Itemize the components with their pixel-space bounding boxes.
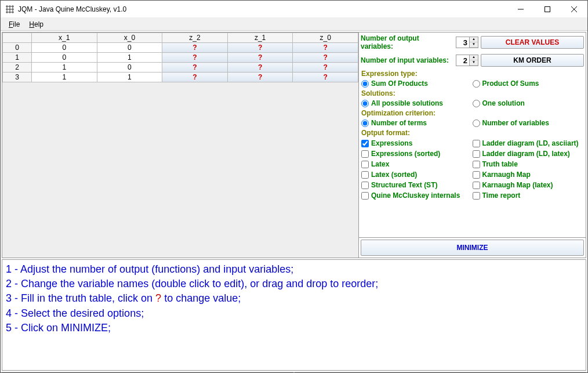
minimize-button[interactable]: MINIMIZE: [361, 240, 584, 256]
app-icon: [5, 5, 14, 14]
col-z1[interactable]: z_1: [227, 33, 293, 43]
radio-pos[interactable]: Product Of Sums: [473, 79, 584, 88]
output-count-input[interactable]: [456, 38, 469, 47]
input-count-input[interactable]: [456, 56, 469, 65]
col-x0[interactable]: x_0: [97, 33, 162, 43]
expression-type-label: Expression type:: [359, 68, 586, 79]
radio-all-solutions[interactable]: All possible solutions: [361, 99, 473, 107]
truth-table[interactable]: x_1 x_0 z_2 z_1 z_0 0 0 0 ? ? ? 1 0 1 ? …: [2, 32, 358, 82]
table-row: 3 1 1 ? ? ?: [3, 73, 358, 82]
table-row: 0 0 0 ? ? ?: [3, 43, 358, 53]
minimize-window-button[interactable]: [507, 1, 534, 17]
radio-num-terms[interactable]: Number of terms: [361, 119, 473, 127]
chk-expressions[interactable]: Expressions: [361, 139, 473, 147]
title-bar: JQM - Java Quine McCluskey, v1.0: [1, 1, 587, 18]
maximize-window-button[interactable]: [534, 1, 561, 17]
chk-time-report[interactable]: Time report: [473, 191, 584, 200]
km-order-button[interactable]: KM ORDER: [481, 54, 584, 67]
chk-kmap[interactable]: Karnaugh Map: [473, 171, 584, 179]
menu-file[interactable]: File: [4, 19, 24, 30]
window-title: JQM - Java Quine McCluskey, v1.0: [18, 5, 507, 13]
truth-table-pane: x_1 x_0 z_2 z_1 z_0 0 0 0 ? ? ? 1 0 1 ? …: [2, 32, 358, 258]
corner-cell: [3, 33, 32, 43]
spin-up-icon[interactable]: ▲: [470, 37, 478, 42]
instruction-line: 5 - Click on MINIMIZE;: [6, 321, 582, 335]
input-count-spinner[interactable]: ▲▼: [456, 55, 478, 66]
num-output-label: Number of output variables:: [361, 34, 451, 50]
radio-num-vars[interactable]: Number of variables: [473, 119, 584, 127]
instruction-line: 4 - Select the desired options;: [6, 306, 582, 321]
svg-rect-0: [545, 6, 550, 12]
chk-latex[interactable]: Latex: [361, 160, 473, 168]
solutions-label: Solutions:: [359, 88, 586, 99]
output-format-label: Optput format:: [359, 128, 586, 138]
col-z2[interactable]: z_2: [162, 33, 228, 43]
clear-values-button[interactable]: CLEAR VALUES: [481, 36, 584, 49]
spin-up-icon[interactable]: ▲: [470, 55, 478, 60]
spin-down-icon[interactable]: ▼: [470, 60, 478, 66]
menu-bar: File Help: [1, 18, 587, 31]
chk-latex-sorted[interactable]: Latex (sorted): [361, 171, 473, 179]
output-count-spinner[interactable]: ▲▼: [456, 37, 478, 48]
chk-structured-text[interactable]: Structured Text (ST): [361, 181, 473, 189]
radio-sop[interactable]: Sum Of Products: [361, 79, 473, 88]
chk-kmap-latex[interactable]: Karnaugh Map (latex): [473, 181, 584, 189]
instruction-line: 2 - Change the variable names (double cl…: [6, 277, 582, 291]
chk-expressions-sorted[interactable]: Expressions (sorted): [361, 150, 473, 158]
menu-help[interactable]: Help: [24, 19, 48, 30]
close-window-button[interactable]: [561, 1, 587, 17]
table-row: 2 1 0 ? ? ?: [3, 63, 358, 73]
spin-down-icon[interactable]: ▼: [470, 42, 478, 48]
instructions-pane: 1 - Adjust the number of output (functio…: [2, 259, 586, 371]
chk-qm-internals[interactable]: Quine McCluskey internals: [361, 191, 473, 200]
col-x1[interactable]: x_1: [32, 33, 97, 43]
num-input-label: Number of input variables:: [361, 56, 451, 64]
table-row: 1 0 1 ? ? ?: [3, 53, 358, 63]
controls-pane: Number of output variables: ▲▼ CLEAR VAL…: [358, 32, 586, 258]
chk-ld-latex[interactable]: Ladder diagram (LD, latex): [473, 150, 584, 158]
chk-ld-ascii[interactable]: Ladder diagram (LD, asciiart): [473, 139, 584, 147]
col-z0[interactable]: z_0: [293, 33, 358, 43]
optimization-label: Optimization criterion:: [359, 108, 586, 118]
instruction-line: 3 - Fill in the truth table, click on ? …: [6, 291, 582, 306]
chk-truth-table[interactable]: Truth table: [473, 160, 584, 168]
instruction-line: 1 - Adjust the number of output (functio…: [6, 262, 582, 277]
radio-one-solution[interactable]: One solution: [473, 99, 584, 107]
